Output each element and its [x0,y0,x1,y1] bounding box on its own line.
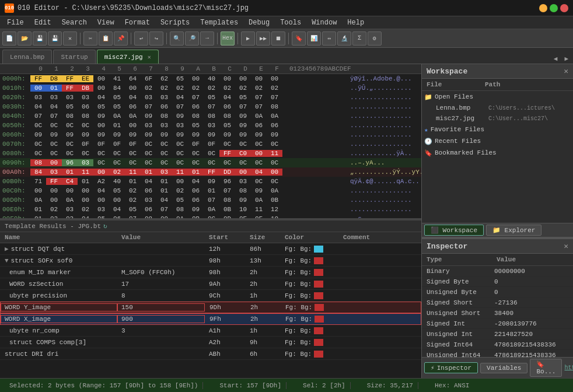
template-row-dri[interactable]: struct DRI dri ABh 6h Fg: Bg: [0,348,421,360]
workspace-section-recent[interactable]: 🕐 Recent Files [422,135,573,147]
inspector-button[interactable]: 🔬 [337,32,351,46]
hex-row-00a0[interactable]: 00A0h: 84 03 01 11 00 02 11 01 03 11 01 … [0,167,421,177]
hex-row-0030[interactable]: 0030h: 04 04 05 06 05 05 06 07 06 07 06 … [0,102,421,111]
template-row-precision[interactable]: ubyte precision 8 9Ch 1h Fg: Bg: [0,290,421,302]
menu-debug[interactable]: Debug [244,18,274,28]
redo-button[interactable]: ↪ [149,32,163,46]
checksum-button[interactable]: Σ [352,32,366,46]
menu-window[interactable]: Window [307,18,341,28]
template-row-sof0[interactable]: ▼struct SOFx sof0 98h 13h Fg: Bg: [0,255,421,267]
inspector-row-signed-int[interactable]: Signed Int -2080139776 [422,318,573,329]
open-button[interactable]: 📂 [18,32,32,46]
save-button[interactable]: 💾 [33,32,47,46]
menu-view[interactable]: View [93,18,119,28]
menu-templates[interactable]: Templates [195,18,243,28]
template-row-comps[interactable]: struct COMPS comp[3] A2h 9h Fg: Bg: [0,337,421,348]
workspace-file-misc27[interactable]: misc27.jpg C:\User...misc27\ [422,113,573,124]
hex-row-00f0[interactable]: 00F0h: 01 02 03 04 05 06 07 08 09 0A 0B … [0,214,421,218]
hex-mode-button[interactable]: Hex [221,32,235,46]
bookmark-button[interactable]: 🔖 [292,32,306,46]
tab-misc27-close[interactable]: ✕ [148,54,151,61]
template-row-nrcomp[interactable]: ubyte nr_comp 3 A1h 1h Fg: Bg: [0,325,421,337]
hex-row-0010[interactable]: 0010h: 00 01 FF DB 00 84 00 02 02 02 02 … [0,83,421,93]
run-template-button[interactable]: ▶▶ [256,32,270,46]
menu-format[interactable]: Format [120,18,155,28]
inspector-header: Inspector ✕ [422,239,573,254]
chart-button[interactable]: 📊 [307,32,321,46]
template-row-dqt[interactable]: ▶struct DQT dqt 12h 86h Fg: Bg: [0,243,421,255]
inspector-tab-inspector[interactable]: ⚡ Inspector [424,362,478,373]
hex-row-0060[interactable]: 0060h: 09 09 09 09 09 09 09 09 09 09 09 … [0,130,421,139]
close-button[interactable] [560,4,568,12]
menu-edit[interactable]: Edit [30,18,56,28]
template-row-szsection[interactable]: WORD szSection 17 9Ah 2h Fg: Bg: [0,278,421,290]
template-refresh-button[interactable]: ↻ [103,222,107,230]
tab-misc27[interactable]: misc27.jpg ✕ [97,50,159,64]
menu-tools[interactable]: Tools [275,18,306,28]
stop-button[interactable]: ⏹ [271,32,285,46]
workspace-tab-explorer[interactable]: 📁 Explorer [486,225,541,236]
inspector-columns: Type Value [422,254,573,266]
workspace-tab-workspace[interactable]: ⬛ Workspace [424,225,484,236]
inspector-row-unsigned-int[interactable]: Unsigned Int 2214827520 [422,329,573,340]
paste-button[interactable]: 📌 [114,32,128,46]
inspector-tab-bo[interactable]: 🔖 Bo... [530,359,562,377]
inspector-close-button[interactable]: ✕ [564,242,568,251]
find-replace-button[interactable]: 🔎 [185,32,199,46]
workspace-col-file: File [422,80,480,89]
tab-lenna[interactable]: Lenna.bmp [2,50,52,64]
new-button[interactable]: 📄 [2,32,16,46]
hex-row-0000[interactable]: 0000h: FF D8 FF EE 00 41 64 6F 62 65 00 … [0,74,421,83]
workspace-close-button[interactable]: ✕ [564,66,568,76]
maximize-button[interactable] [550,4,558,12]
workspace-section-open[interactable]: 📁 Open Files [422,91,573,103]
hex-row-0020[interactable]: 0020h: 03 03 03 03 04 05 04 03 03 04 07 … [0,93,421,102]
hex-row-0070[interactable]: 0070h: 0C 0C 0C 0F 0F 0F 0F 0C 0C 0C 0F … [0,139,421,149]
workspace-section-bookmarked[interactable]: 🔖 Bookmarked Files [422,147,573,159]
template-row-yimage[interactable]: WORD Y_image 150 9Dh 2h Fg: Bg: [0,302,421,313]
inspector-row-signed-short[interactable]: Signed Short -27136 [422,298,573,308]
workspace-file-lenna-name: Lenna.bmp [436,104,488,111]
menu-help[interactable]: Help [343,18,369,28]
undo-button[interactable]: ↩ [134,32,148,46]
hex-row-00b0[interactable]: 00B0h: 71 FF C4 01 A2 40 01 04 01 00 04 … [0,177,421,186]
cut-button[interactable]: ✂ [83,32,97,46]
compare-button[interactable]: ⇔ [322,32,336,46]
inspector-row-unsigned-int64[interactable]: Unsigned Int64 4786189215438336 [422,350,573,357]
tab-nav-right[interactable]: ▶ [562,55,571,62]
find-button[interactable]: 🔍 [170,32,184,46]
minimize-button[interactable] [539,4,547,12]
hex-row-0090[interactable]: 0090h: 08 00 96 03 0C 0C 0C 0C 0C 0C 0C … [0,158,421,167]
hex-row-0040[interactable]: 0040h: 07 07 08 08 09 0A 0A 09 08 09 08 … [0,111,421,121]
hex-row-00e0[interactable]: 00E0h: 01 02 03 02 03 04 05 06 07 08 09 … [0,205,421,214]
inspector-row-signed-int64[interactable]: Signed Int64 4786189215438336 [422,340,573,350]
run-script-button[interactable]: ▶ [241,32,255,46]
template-row-marker[interactable]: enum M_ID marker M_SOF0 (FFC0h) 98h 2h F… [0,267,421,278]
close-file-button[interactable]: ✕ [63,32,77,46]
save-all-button[interactable]: 💾 [48,32,62,46]
menu-scripts[interactable]: Scripts [156,18,194,28]
tab-startup[interactable]: Startup [53,50,95,64]
template-row-ximage[interactable]: WORD X_image 900 9Fh 2h Fg: Bg: [0,313,421,325]
goto-button[interactable]: → [200,32,214,46]
window-controls[interactable] [539,4,568,12]
inspector-row-unsigned-short[interactable]: Unsigned Short 38400 [422,308,573,318]
hex-row-0050[interactable]: 0050h: 0C 0C 0C 0C 00 01 00 03 03 03 05 … [0,121,421,130]
template-results-panel: Template Results - JPG.bt ↻ Name Value S… [0,220,421,378]
workspace-section-favorites[interactable]: ★ Favorite Files [422,124,573,135]
inspector-row-binary[interactable]: Binary 00000000 [422,266,573,276]
hex-content-area[interactable]: 0000h: FF D8 FF EE 00 41 64 6F 62 65 00 … [0,74,421,218]
inspector-csdn-link[interactable]: https://blog.csdn.net/LYJ20010728 [564,365,573,371]
menu-search[interactable]: Search [57,18,92,28]
hex-row-00c0[interactable]: 00C0h: 00 00 00 00 04 05 02 06 01 02 06 … [0,186,421,195]
inspector-tab-variables[interactable]: Variables [480,363,527,373]
tools-extra-button[interactable]: ⚙ [368,32,382,46]
menu-file[interactable]: File [2,18,29,28]
tab-nav-left[interactable]: ◀ [551,55,560,62]
copy-button[interactable]: 📋 [99,32,113,46]
hex-row-00d0[interactable]: 00D0h: 0A 00 0A 00 00 00 02 03 04 05 06 … [0,195,421,205]
inspector-row-signed-byte[interactable]: Signed Byte 0 [422,276,573,287]
inspector-row-unsigned-byte[interactable]: Unsigned Byte 0 [422,287,573,298]
hex-row-0080[interactable]: 0080h: 0C 0C 0C 0C 0C 0C 0C 0C 0C 0C 0C … [0,149,421,158]
workspace-file-lenna[interactable]: Lenna.bmp C:\Users...ictures\ [422,103,573,113]
